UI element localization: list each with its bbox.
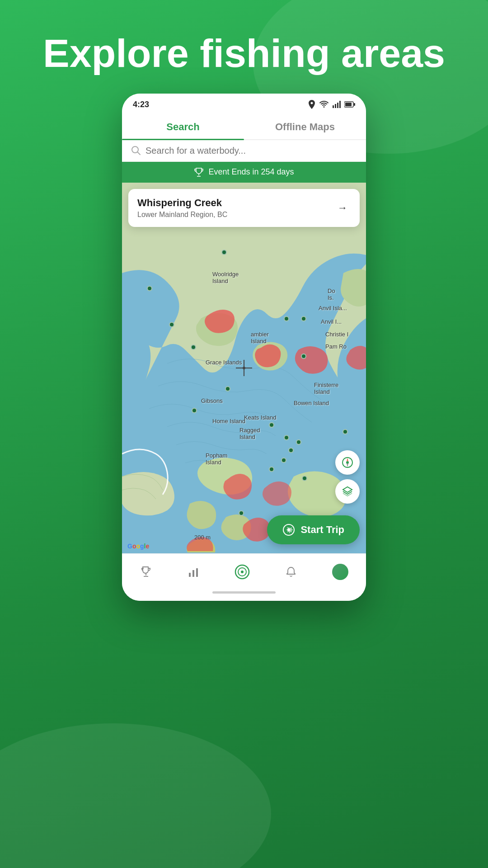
svg-line-8 [138,152,141,155]
tab-bar: Search Offline Maps [122,113,366,140]
svg-rect-2 [337,103,338,108]
map-dot-15 [269,467,274,472]
svg-rect-3 [339,101,341,108]
location-region: Lower Mainland Region, BC [137,211,227,219]
map-label-bowen: Bowen Island [294,400,329,406]
map-label-finisterre: FinisterreIsland [314,382,338,395]
map-dot-2 [147,286,152,291]
hero-title: Explore fishing areas [0,0,488,94]
layers-icon [341,485,354,498]
location-icon [308,100,315,109]
map-label-christie: Christie I [325,331,348,338]
map-fab-container [335,450,360,504]
map-label-anvil-isl: Anvil Isla... [319,305,347,311]
home-indicator [122,587,366,601]
svg-point-25 [241,571,244,573]
svg-rect-20 [189,573,191,577]
crosshair-center [243,367,245,369]
svg-rect-1 [335,104,336,108]
map-label-woolridge: WoolridgeIsland [212,271,239,284]
nav-item-notifications[interactable] [276,563,306,581]
nav-avatar [332,564,348,580]
svg-rect-0 [333,105,334,108]
map-dot-16 [302,476,307,481]
map-dot-9 [192,408,197,413]
signal-icon [333,101,341,108]
map-dot-14 [281,458,286,463]
svg-marker-14 [347,458,348,462]
svg-rect-5 [345,103,352,106]
start-trip-button[interactable]: Start Trip [267,515,360,544]
map-label-anvil: Anvil I... [321,318,342,325]
map-label-ragged: RaggedIsland [239,427,260,440]
event-text: Event Ends in 254 days [208,167,294,177]
map-label-ambier: ambierIsland [251,331,269,344]
map-dot-7 [191,344,196,350]
location-info: Whispering Creek Lower Mainland Region, … [137,197,227,219]
map-label-do: DoIs. [328,288,335,301]
map-dot-1 [221,250,227,255]
map-dot-17 [269,422,274,428]
location-arrow-button[interactable]: → [334,200,351,216]
svg-rect-21 [192,570,194,577]
nav-explore-icon [235,564,250,580]
map-container[interactable]: WoolridgeIsland ambierIsland Grace Islan… [122,183,366,553]
start-trip-icon [282,524,295,536]
map-dot-3 [169,322,174,327]
bg-wave-bottom [0,723,271,868]
status-bar: 4:23 [122,94,366,113]
trophy-icon [194,167,204,177]
map-label-home: Home Island [212,418,245,425]
location-fab[interactable] [335,450,360,475]
status-icons [308,100,355,109]
start-trip-label: Start Trip [300,524,344,536]
tab-offline-maps[interactable]: Offline Maps [244,113,366,139]
svg-rect-6 [354,103,355,106]
map-label-keats: Keats Island [244,414,277,421]
map-dot-10 [343,429,348,434]
map-dot-6 [301,354,306,359]
map-label-grace: Grace Islands [206,359,242,366]
nav-trophy-icon [140,566,152,578]
tab-search[interactable]: Search [122,113,244,139]
location-card[interactable]: Whispering Creek Lower Mainland Region, … [128,189,360,227]
event-banner: Event Ends in 254 days [122,162,366,183]
svg-rect-22 [196,568,198,577]
map-label-pam: Pam Ro [325,343,347,350]
nav-item-profile[interactable] [323,561,357,583]
home-bar [212,591,276,594]
svg-point-13 [346,461,349,464]
map-label-popham: PophamIsland [206,452,227,466]
search-icon [131,146,141,156]
battery-icon [344,101,355,108]
map-label-gibsons: Gibsons [201,397,223,404]
scale-indicator: 200 m [194,534,211,541]
nav-item-trophy[interactable] [131,563,161,581]
compass-icon [341,456,354,469]
map-dot-8 [225,386,230,392]
bottom-nav [122,553,366,587]
map-dot-13 [288,448,294,453]
google-watermark: Google [127,542,149,550]
map-dot-12 [296,439,301,445]
layers-fab[interactable] [335,479,360,504]
nav-chart-icon [187,566,200,578]
map-dot-11 [284,435,289,440]
svg-point-17 [287,528,290,531]
search-input[interactable] [145,146,357,156]
map-dot-5 [301,316,306,321]
nav-item-stats[interactable] [178,563,209,581]
nav-item-explore[interactable] [225,561,259,582]
map-dot-4 [284,316,289,321]
phone-frame: 4:23 [122,94,366,601]
status-time: 4:23 [133,100,149,109]
search-bar [122,140,366,162]
svg-marker-15 [347,463,348,467]
nav-bell-icon [285,566,297,578]
wifi-icon [319,101,329,108]
location-name: Whispering Creek [137,197,227,209]
map-dot-18 [239,510,244,516]
